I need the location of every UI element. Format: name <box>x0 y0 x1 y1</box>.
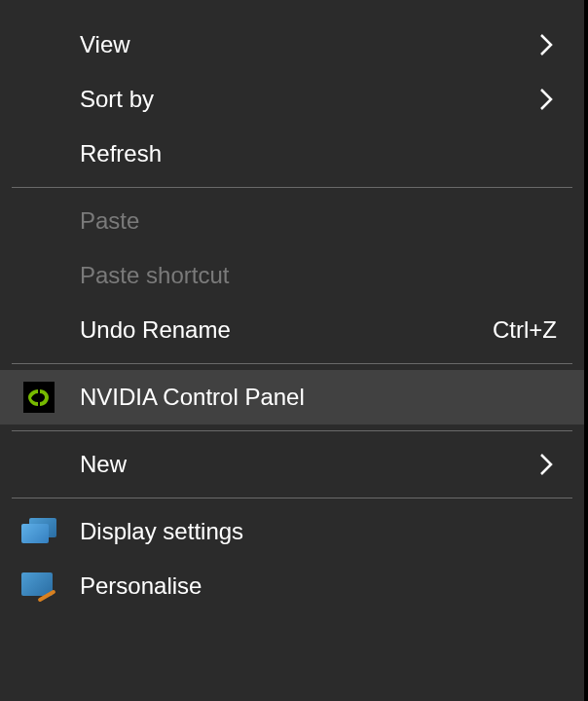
chevron-right-icon <box>537 86 557 113</box>
icon-slot-empty <box>19 202 58 240</box>
menu-label: Sort by <box>80 86 537 113</box>
menu-item-nvidia[interactable]: NVIDIA Control Panel <box>0 370 584 424</box>
menu-item-paste-shortcut: Paste shortcut <box>0 248 584 303</box>
menu-item-sortby[interactable]: Sort by <box>0 72 584 127</box>
menu-item-display-settings[interactable]: Display settings <box>0 504 584 559</box>
chevron-right-icon <box>537 31 557 58</box>
icon-slot-empty <box>19 256 58 295</box>
menu-item-undo[interactable]: Undo Rename Ctrl+Z <box>0 303 584 357</box>
menu-label: Undo Rename <box>80 316 493 344</box>
nvidia-icon <box>19 378 58 417</box>
icon-slot-empty <box>19 445 58 484</box>
menu-separator <box>12 430 572 431</box>
personalise-icon <box>19 567 58 606</box>
desktop-context-menu: View Sort by Refresh Paste Paste shortcu… <box>0 0 584 701</box>
menu-label: Paste <box>80 207 557 235</box>
chevron-right-icon <box>537 451 557 478</box>
menu-separator <box>12 187 572 188</box>
icon-slot-empty <box>19 80 58 119</box>
menu-item-paste: Paste <box>0 194 584 248</box>
menu-label: NVIDIA Control Panel <box>80 384 557 411</box>
menu-label: View <box>80 31 537 58</box>
menu-label: Refresh <box>80 140 557 167</box>
keyboard-shortcut: Ctrl+Z <box>493 316 557 344</box>
icon-slot-empty <box>19 134 58 173</box>
menu-item-new[interactable]: New <box>0 437 584 492</box>
menu-separator <box>12 498 572 498</box>
icon-slot-empty <box>19 311 58 350</box>
icon-slot-empty <box>19 25 58 64</box>
display-settings-icon <box>19 512 58 551</box>
menu-item-personalise[interactable]: Personalise <box>0 559 584 613</box>
menu-label: New <box>80 451 537 478</box>
menu-label: Personalise <box>80 572 557 600</box>
menu-separator <box>12 363 572 364</box>
menu-label: Paste shortcut <box>80 262 557 289</box>
menu-item-refresh[interactable]: Refresh <box>0 127 584 181</box>
menu-label: Display settings <box>80 518 557 545</box>
menu-item-view[interactable]: View <box>0 18 584 72</box>
